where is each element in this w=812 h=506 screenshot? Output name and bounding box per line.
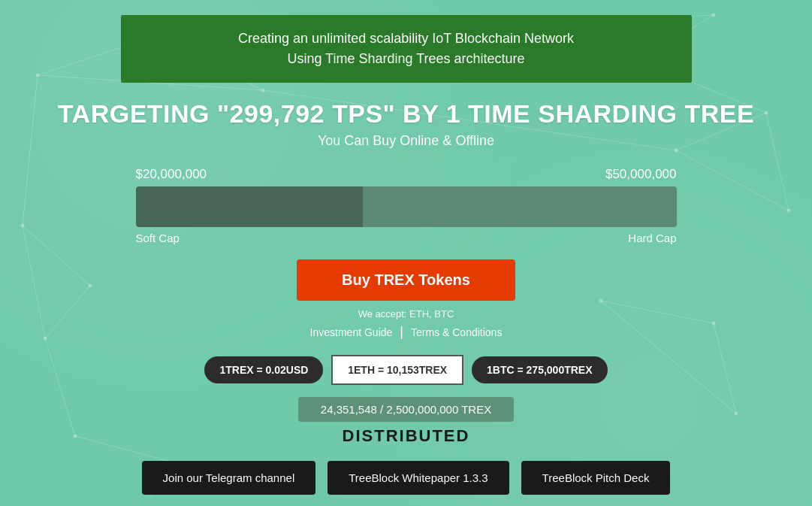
cap-labels: $20,000,000 $50,000,000 xyxy=(136,167,677,182)
progress-bar-fill xyxy=(136,186,363,227)
links-row: Investment Guide | Terms & Conditions xyxy=(310,324,503,340)
distributed-label: DISTRIBUTED xyxy=(343,426,470,446)
investment-guide-link[interactable]: Investment Guide xyxy=(310,326,393,338)
telegram-button[interactable]: Join our Telegram channel xyxy=(142,461,316,495)
cap-sublabels: Soft Cap Hard Cap xyxy=(136,232,677,244)
main-title: TARGETING "299,792 TPS" BY 1 TIME SHARDI… xyxy=(58,99,754,129)
progress-section: $20,000,000 $50,000,000 Soft Cap Hard Ca… xyxy=(136,167,677,244)
banner-line1: Creating an unlimited scalability IoT Bl… xyxy=(151,29,662,49)
rate-eth-trex: 1ETH = 10,153TREX xyxy=(331,355,463,385)
whitepaper-button[interactable]: TreeBlock Whitepaper 1.3.3 xyxy=(328,461,509,495)
subtitle: You Can Buy Online & Offline xyxy=(318,133,494,149)
hard-cap-value: $50,000,000 xyxy=(605,167,677,182)
rate-btc-trex: 1BTC = 275,000TREX xyxy=(472,356,607,383)
bottom-buttons: Join our Telegram channel TreeBlock Whit… xyxy=(142,461,671,495)
rate-trex-usd: 1TREX = 0.02USD xyxy=(204,356,323,383)
terms-link[interactable]: Terms & Conditions xyxy=(411,326,502,338)
distributed-section: 24,351,548 / 2,500,000,000 TREX DISTRIBU… xyxy=(298,397,514,446)
distributed-amount: 24,351,548 / 2,500,000,000 TREX xyxy=(298,397,514,422)
header-banner: Creating an unlimited scalability IoT Bl… xyxy=(121,15,692,83)
accept-text: We accept: ETH, BTC xyxy=(358,308,454,320)
soft-cap-value: $20,000,000 xyxy=(136,167,207,182)
pitch-deck-button[interactable]: TreeBlock Pitch Deck xyxy=(521,461,671,495)
soft-cap-label: Soft Cap xyxy=(136,232,180,244)
banner-line2: Using Time Sharding Trees architecture xyxy=(151,49,662,69)
buy-button[interactable]: Buy TREX Tokens xyxy=(297,259,515,301)
rates-row: 1TREX = 0.02USD 1ETH = 10,153TREX 1BTC =… xyxy=(204,355,607,385)
progress-bar-container xyxy=(136,186,677,227)
links-separator: | xyxy=(400,324,403,340)
hard-cap-label: Hard Cap xyxy=(628,232,676,244)
